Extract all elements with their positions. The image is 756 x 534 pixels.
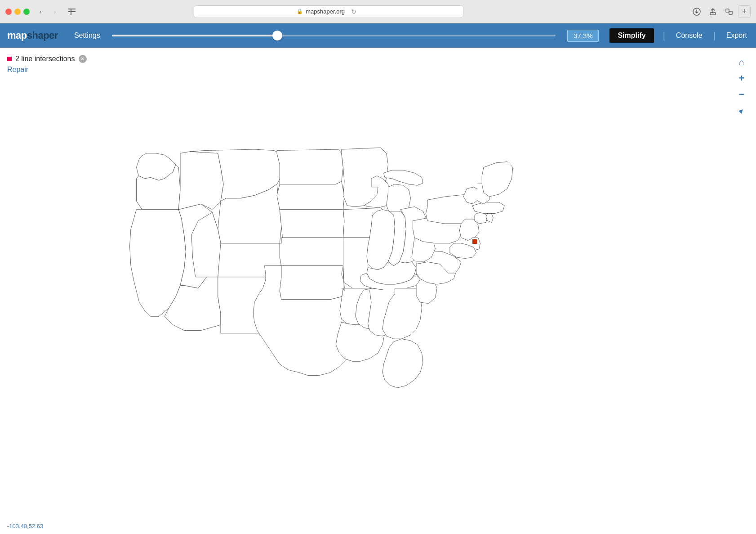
simplify-button[interactable]: Simplify (609, 28, 654, 43)
logo-shaper: shaper (27, 30, 58, 41)
address-bar[interactable]: 🔒 mapshaper.org ↻ (194, 5, 463, 18)
info-panel: 2 line intersections × Repair (7, 55, 87, 74)
share-button[interactable] (706, 5, 720, 18)
repair-link[interactable]: Repair (7, 66, 28, 73)
lock-icon: 🔒 (297, 9, 303, 14)
url-text: mapshaper.org (306, 8, 345, 15)
download-button[interactable] (689, 5, 704, 18)
svg-rect-1 (68, 11, 76, 12)
svg-rect-2 (71, 9, 71, 15)
minimize-window-button[interactable] (14, 9, 21, 15)
coordinates-display: -103.40,52.63 (7, 523, 43, 530)
divider-2: | (713, 31, 716, 41)
intersection-row: 2 line intersections × (7, 55, 87, 63)
main-content: 2 line intersections × Repair ⌂ + − ▲ -1… (0, 48, 756, 534)
intersection-dot (7, 57, 12, 61)
svg-rect-7 (472, 239, 477, 244)
simplify-slider-container (112, 35, 556, 36)
back-button[interactable]: ‹ (34, 5, 47, 18)
svg-rect-4 (710, 13, 716, 15)
simplify-slider-fill (112, 35, 277, 36)
map-container[interactable] (0, 48, 756, 534)
svg-rect-5 (726, 9, 729, 12)
browser-chrome: ‹ › 🔒 mapshaper.org ↻ (0, 0, 756, 23)
zoom-in-button[interactable]: + (734, 71, 749, 85)
svg-rect-6 (729, 11, 732, 14)
home-button[interactable]: ⌂ (734, 55, 749, 69)
toolbar: mapshaper Settings 37.3% Simplify | Cons… (0, 23, 756, 48)
simplify-slider-thumb[interactable] (272, 31, 282, 40)
cursor-tool-button[interactable]: ▲ (731, 100, 752, 121)
zoom-out-button[interactable]: − (734, 87, 749, 102)
close-window-button[interactable] (5, 9, 12, 15)
new-window-button[interactable]: + (738, 5, 751, 18)
console-button[interactable]: Console (674, 31, 704, 40)
browser-actions: + (689, 5, 751, 18)
divider-1: | (663, 31, 665, 41)
intersection-text: 2 line intersections (15, 55, 75, 63)
new-tab-button[interactable] (722, 5, 736, 18)
us-map[interactable] (108, 122, 648, 460)
logo: mapshaper (7, 30, 58, 41)
reload-button[interactable]: ↻ (347, 5, 360, 18)
logo-map: map (7, 30, 27, 41)
forward-button[interactable]: › (49, 5, 61, 18)
nav-buttons: ‹ › (34, 5, 61, 18)
percentage-display[interactable]: 37.3% (567, 30, 599, 42)
simplify-slider-track[interactable] (112, 35, 556, 36)
svg-rect-0 (68, 9, 76, 9)
close-intersections-button[interactable]: × (79, 55, 87, 63)
maximize-window-button[interactable] (23, 9, 30, 15)
export-button[interactable]: Export (725, 31, 749, 40)
map-controls: ⌂ + − ▲ (734, 55, 749, 118)
sidebar-toggle-button[interactable] (66, 5, 78, 18)
traffic-lights (5, 9, 30, 15)
settings-button[interactable]: Settings (74, 31, 100, 40)
app: mapshaper Settings 37.3% Simplify | Cons… (0, 23, 756, 534)
